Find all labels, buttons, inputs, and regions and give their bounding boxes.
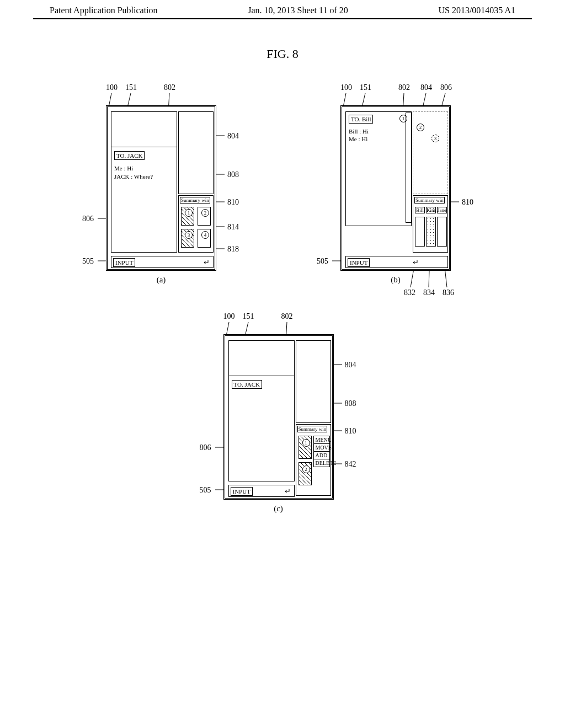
thumb-836[interactable] [437,217,447,247]
circled-2-a: 2 [201,209,209,217]
layer-804-b [406,113,412,223]
enter-icon-a[interactable]: ↵ [204,258,210,267]
input-bar-c: INPUT ↵ [228,485,295,497]
panel-top-right-c [296,340,331,423]
device-a-wrap: 100 151 802 804 808 810 814 818 806 505 … [76,83,255,285]
device-c-wrap: 100 151 802 804 808 810 842 806 505 812 … [193,312,372,513]
panel-left-a [111,111,177,253]
ref-836: 836 [443,288,454,297]
ref-802-b: 802 [398,83,410,92]
input-label-b[interactable]: INPUT [348,258,370,267]
ref-802-c: 802 [281,312,293,321]
ref-810-c: 810 [345,427,356,436]
to-bill-label: TO. Bill [349,115,373,124]
input-bar-b: INPUT ↵ [345,256,448,268]
figure-row-1: 100 151 802 804 808 810 814 818 806 505 … [0,83,565,285]
ref-806-b: 806 [440,83,452,92]
device-a: TO. JACK Me : Hi JACK : Where? Summary w… [106,105,216,271]
me-hi-a: Me : Hi [114,165,133,172]
to-jack-label: TO. JACK [114,151,145,160]
header-right: US 2013/0014035 A1 [438,6,515,15]
tab-kim[interactable]: Kim [426,207,436,213]
summary-panel-a: Summary win 1 2 3 4 [178,195,214,253]
device-b-wrap: 100 151 802 804 806 810 505 832 834 836 … [310,83,489,285]
ref-151-b: 151 [360,83,371,92]
subcap-c: (c) [223,504,334,513]
ref-810: 810 [227,198,239,207]
menu-item-move[interactable]: MOVE [314,444,329,452]
thumb-832[interactable] [415,217,425,247]
ref-505-b: 505 [317,257,328,266]
divider-a [111,147,177,147]
ref-804: 804 [227,132,239,141]
menu-842: MENU MOVE ADD DELETE [313,436,330,467]
device-c: TO. JACK Summary win 1 2 MENU MOVE ADD D… [223,334,334,500]
ref-806: 806 [82,215,94,223]
ref-151-c: 151 [243,312,254,321]
circled-3-a: 3 [185,231,193,239]
subcap-a: (a) [106,275,216,285]
summary-title-a: Summary win [180,197,210,204]
ref-100: 100 [106,83,118,92]
thumb-834[interactable] [426,217,436,247]
header-center: Jan. 10, 2013 Sheet 11 of 20 [248,6,348,15]
summary-panel-c: Summary win 1 2 MENU MOVE ADD DELETE [296,424,331,496]
me-hi-b: Me : Hi [349,136,367,142]
summary-title-c: Summary win [297,426,328,432]
summary-panel-b: Summary win Bill Kim Jane [413,195,448,253]
menu-item-delete[interactable]: DELETE [314,459,329,467]
menu-item-menu[interactable]: MENU [314,436,329,444]
bill-hi: Bill : Hi [349,128,369,135]
circled-3-b: 3 [431,135,439,142]
circled-2-b: 2 [417,124,424,131]
ref-834: 834 [423,288,435,297]
input-label-c[interactable]: INPUT [231,487,253,496]
ref-802: 802 [164,83,175,92]
tab-bill[interactable]: Bill [415,207,425,213]
page-header: Patent Application Publication Jan. 10, … [0,0,565,18]
circled-4-a: 4 [201,231,209,239]
ref-505: 505 [82,257,94,266]
ref-804-c: 804 [345,361,356,370]
ref-808: 808 [227,170,239,179]
ref-806-c: 806 [200,443,211,452]
ref-151: 151 [125,83,137,92]
ref-818: 818 [227,245,239,254]
input-label-a[interactable]: INPUT [113,258,135,267]
summary-title-b: Summary win [414,197,445,204]
enter-icon-c[interactable]: ↵ [285,487,291,496]
ref-842: 842 [345,460,356,469]
panel-left-c [228,340,295,481]
ref-505-c: 505 [200,486,211,495]
device-b: TO. Bill Bill : Hi Me : Hi 1 2 3 Summary… [340,105,451,271]
ref-808-c: 808 [345,399,356,408]
input-bar-a: INPUT ↵ [111,256,214,268]
menu-item-add[interactable]: ADD [314,452,329,459]
header-rule [33,18,532,19]
figure-title: FIG. 8 [0,47,565,61]
ref-810-b: 810 [462,198,473,207]
ref-100-b: 100 [340,83,352,92]
subcap-b: (b) [340,275,451,285]
header-left: Patent Application Publication [50,6,158,15]
circled-1-c: 1 [302,439,310,447]
ref-832: 832 [404,288,415,297]
enter-icon-b[interactable]: ↵ [413,258,419,267]
panel-top-right-a [178,111,214,194]
figure-row-2: 100 151 802 804 808 810 842 806 505 812 … [0,312,565,513]
divider-c [228,376,295,376]
ref-814: 814 [227,223,239,232]
ref-100-c: 100 [223,312,235,321]
ref-804-b: 804 [420,83,432,92]
jack-where: JACK : Where? [114,173,153,180]
to-jack-c: TO. JACK [232,380,262,389]
circled-2-c: 2 [302,465,310,473]
tab-jane[interactable]: Jane [437,207,447,213]
circled-1-a: 1 [185,209,193,217]
